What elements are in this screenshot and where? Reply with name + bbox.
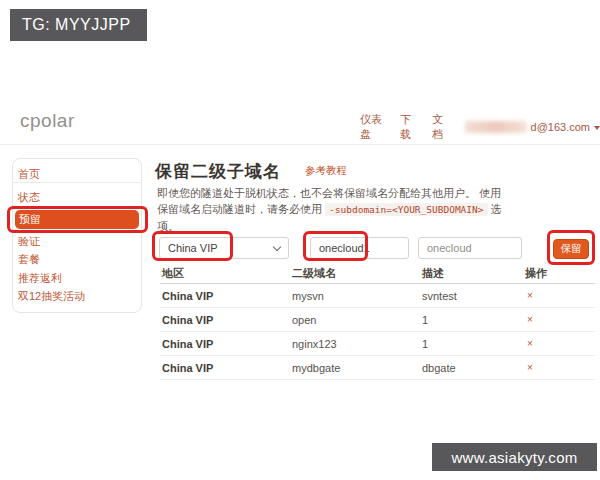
tutorial-link[interactable]: 参考教程 [305,164,347,178]
cell-subdomain: nginx123 [290,338,420,350]
sidebar-item-status[interactable]: 状态 [13,186,141,208]
cell-region: China VIP [160,290,290,302]
user-menu[interactable]: d@163.com [465,121,600,133]
subdomain-input[interactable] [310,237,409,259]
watermark-text: www.asiakyty.com [451,449,577,466]
sidebar-item-lottery[interactable]: 双12抽奖活动 [13,285,141,307]
cell-subdomain: mysvn [290,290,420,302]
nav-docs-link[interactable]: 文档 [432,112,447,142]
caret-down-icon [594,126,600,130]
delete-icon[interactable]: × [525,290,533,301]
sidebar: 首页 状态 预留 验证 套餐 推荐返利 双12抽奖活动 [12,158,142,313]
watermark: www.asiakyty.com [432,443,597,471]
subdomain-code-snippet: -subdomain=<YOUR_SUBDOMAIN> [325,203,487,216]
col-header-description: 描述 [420,266,523,281]
table-row: China VIP mydbgate dbgate × [160,356,595,380]
region-select[interactable]: China VIP [159,237,289,259]
delete-icon[interactable]: × [525,314,533,325]
cell-description: svntest [420,290,523,302]
table-row: China VIP nginx123 1 × [160,332,595,356]
chevron-down-icon [273,242,281,250]
cpolar-logo: cpolar [20,110,75,132]
delete-icon[interactable]: × [525,338,533,349]
cell-description: dbgate [420,362,523,374]
col-header-action: 操作 [523,266,595,281]
table-header-row: 地区 二级域名 描述 操作 [160,264,595,284]
cell-description: 1 [420,314,523,326]
reserve-button[interactable]: 保留 [553,239,589,259]
sidebar-item-reserved-active[interactable]: 预留 [15,210,139,229]
tg-badge: TG: MYYJJPP [10,9,147,41]
description-text: 即使您的隧道处于脱机状态，也不会将保留域名分配给其他用户。 使用保留域名启动隧道… [157,185,504,234]
table-row: China VIP open 1 × [160,308,595,332]
description-input[interactable] [418,237,522,259]
censored-email-blur [465,121,527,133]
cell-region: China VIP [160,362,290,374]
screenshot-root: TG: MYYJJPP www.asiakyty.com cpolar 仪表盘 … [0,0,600,480]
cell-region: China VIP [160,338,290,350]
tg-badge-text: TG: MYYJJPP [22,16,131,34]
col-header-subdomain: 二级域名 [290,266,420,281]
col-header-region: 地区 [160,266,290,281]
cell-description: 1 [420,338,523,350]
page-title: 保留二级子域名 [155,160,281,183]
nav-dashboard-link[interactable]: 仪表盘 [360,112,383,142]
cell-subdomain: open [290,314,420,326]
top-nav: 仪表盘 下载 文档 d@163.com [360,112,600,142]
table-row: China VIP mysvn svntest × [160,284,595,308]
user-email: d@163.com [531,121,590,133]
sidebar-divider [13,182,141,183]
reserved-domains-table: 地区 二级域名 描述 操作 China VIP mysvn svntest × … [160,264,595,380]
delete-icon[interactable]: × [525,362,533,373]
nav-download-link[interactable]: 下载 [400,112,415,142]
region-select-value: China VIP [168,242,218,254]
cell-subdomain: mydbgate [290,362,420,374]
cell-region: China VIP [160,314,290,326]
header-divider [0,144,600,145]
